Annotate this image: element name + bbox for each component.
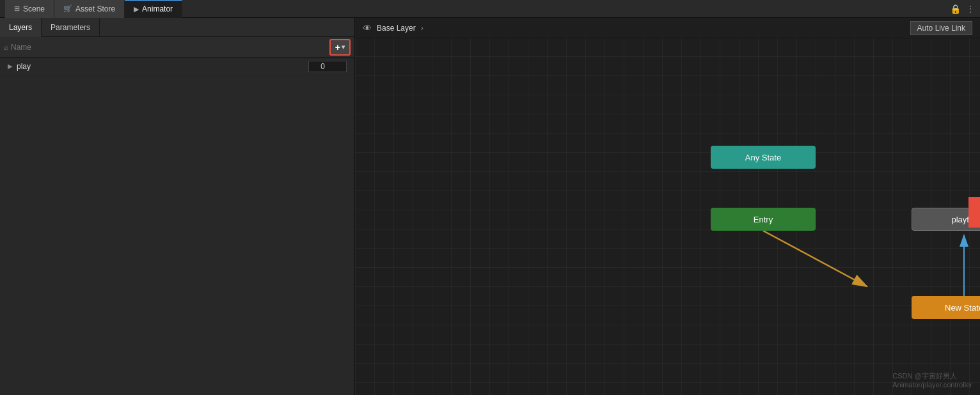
canvas-grid: [355, 18, 980, 395]
tab-scene[interactable]: ⊞ Scene: [5, 0, 54, 18]
tab-parameters[interactable]: Parameters: [42, 18, 100, 37]
lock-icon[interactable]: 🔒: [950, 4, 961, 14]
more-icon[interactable]: ⋮: [966, 4, 975, 14]
watermark: CSDN @宇宙好男人 Animator/player.controller: [892, 371, 972, 389]
tab-animator[interactable]: ▶ Animator: [125, 0, 182, 18]
panel-tabs: Layers Parameters: [0, 18, 354, 37]
param-value-play[interactable]: [308, 61, 347, 72]
add-parameter-button[interactable]: + ▾: [329, 39, 351, 56]
eye-icon[interactable]: 👁: [363, 23, 372, 33]
search-icon: ⌕: [4, 43, 8, 52]
new-state-node[interactable]: New State: [912, 296, 980, 319]
entry-node[interactable]: Entry: [711, 208, 816, 231]
asset-store-icon: 🛒: [63, 4, 72, 13]
canvas-area[interactable]: 👁 Base Layer › Auto Live Link: [355, 18, 980, 395]
param-item-play[interactable]: ▶ play: [0, 58, 354, 75]
param-arrow: ▶: [8, 63, 13, 70]
breadcrumb-bar: 👁 Base Layer › Auto Live Link: [355, 18, 980, 38]
main-layout: Layers Parameters ⌕ + ▾ ▶ play �: [0, 18, 980, 395]
title-bar-right: 🔒 ⋮: [950, 4, 975, 14]
search-row: ⌕ + ▾: [0, 37, 354, 58]
param-list: ▶ play: [0, 58, 354, 395]
tab-asset-store[interactable]: 🛒 Asset Store: [54, 0, 125, 18]
title-bar: ⊞ Scene 🛒 Asset Store ▶ Animator 🔒 ⋮: [0, 0, 980, 18]
red-strip: [968, 197, 980, 228]
animator-icon: ▶: [134, 5, 139, 13]
auto-live-link-button[interactable]: Auto Live Link: [910, 21, 972, 35]
search-input[interactable]: [11, 43, 327, 52]
any-state-node[interactable]: Any State: [711, 146, 816, 169]
tab-layers[interactable]: Layers: [0, 18, 42, 37]
left-panel: Layers Parameters ⌕ + ▾ ▶ play: [0, 18, 355, 395]
scene-icon: ⊞: [14, 4, 20, 13]
